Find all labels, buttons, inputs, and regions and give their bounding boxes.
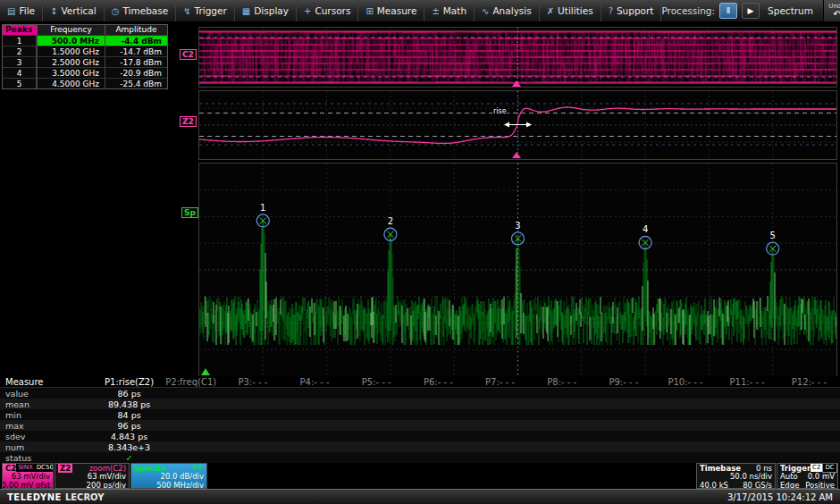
spectrum-grid[interactable]: 12345	[198, 163, 837, 377]
peak-frequency: 500.0 MHz	[37, 35, 105, 46]
svg-text:3: 3	[515, 221, 520, 231]
trigger-mode: Auto	[780, 472, 798, 481]
measure-value-P1: 86 ps	[98, 389, 160, 399]
peak-index: 3	[3, 56, 37, 67]
measure-value-P1: 96 ps	[98, 421, 160, 431]
file-icon: ▤	[7, 6, 15, 16]
peak-row-5[interactable]: 54.5000 GHz-25.4 dBm	[3, 78, 167, 88]
trigger-descriptor-box[interactable]: Trigger C2 DC Auto 0.0 mV Edge Positive	[777, 463, 838, 489]
peak-frequency: 1.5000 GHz	[37, 46, 105, 56]
svg-text:2: 2	[388, 216, 393, 226]
measure-table: Measure P1:rise(Z2)P2:freq(C1)P3:- - -P4…	[0, 376, 840, 463]
menu-item-math[interactable]: ±Math	[424, 0, 475, 21]
svg-text:1: 1	[260, 203, 265, 213]
peak-amplitude: -4.4 dBm	[105, 35, 167, 46]
menu-items: ▤File↕Vertical◷Timebase↯Trigger▦Display+…	[0, 0, 661, 21]
processing-cluster: Processing: Ⅱ ▶ Spectrum Undo ↶	[661, 0, 840, 21]
menu-item-trigger[interactable]: ↯Trigger	[176, 0, 235, 21]
measure-col-P3[interactable]: P3:- - -	[222, 377, 283, 387]
c2-channel-tab[interactable]: C2	[180, 49, 197, 60]
play-button[interactable]: ▶	[742, 3, 760, 19]
menu-item-analysis[interactable]: ∿Analysis	[475, 0, 540, 21]
pause-button[interactable]: Ⅱ	[719, 3, 737, 19]
peak-row-4[interactable]: 43.5000 GHz-20.9 dBm	[3, 67, 167, 78]
timebase-icon: ◷	[112, 6, 120, 16]
measure-value-P1: 89.438 ps	[98, 399, 160, 409]
menu-item-timebase[interactable]: ◷Timebase	[105, 0, 176, 21]
peak-frequency: 4.5000 GHz	[37, 78, 105, 88]
peak-row-1[interactable]: 1500.0 MHz-4.4 dBm	[3, 35, 167, 46]
menu-item-vertical[interactable]: ↕Vertical	[43, 0, 105, 21]
menu-item-support[interactable]: ?Support	[601, 0, 662, 21]
svg-text:5: 5	[770, 231, 776, 240]
specan-channel-tab[interactable]: Sp	[181, 207, 198, 218]
menu-item-label: Cursors	[315, 5, 350, 16]
z2-source: zoom(C2)	[89, 464, 126, 473]
z2-trace	[199, 91, 836, 159]
measure-row-label: num	[0, 442, 98, 452]
measure-col-P4[interactable]: P4:- - -	[283, 377, 345, 387]
z2-descriptor-box[interactable]: Z2 zoom(C2) 63 mV/div 200 ps/div	[55, 463, 130, 489]
peak-index: 2	[3, 46, 37, 56]
math-icon: ±	[432, 6, 439, 16]
menu-item-label: Display	[254, 5, 289, 16]
menu-item-label: Measure	[377, 5, 417, 16]
menu-item-label: Trigger	[195, 5, 227, 16]
menu-item-cursors[interactable]: +Cursors	[297, 0, 358, 21]
menu-item-display[interactable]: ▦Display	[235, 0, 297, 21]
measure-col-P11[interactable]: P11:- - -	[717, 377, 778, 387]
c2-waveform-grid[interactable]	[198, 27, 837, 88]
measure-row-label: mean	[0, 399, 98, 409]
trigger-slope: Positive	[805, 481, 835, 489]
menu-item-measure[interactable]: ⊞Measure	[358, 0, 424, 21]
measure-col-P9[interactable]: P9:- - -	[592, 377, 654, 387]
peaks-table: Peaks Frequency Amplitude 1500.0 MHz-4.4…	[2, 24, 168, 89]
peaks-table-header: Peaks Frequency Amplitude	[3, 25, 167, 35]
measure-row-sdev: sdev4.843 ps	[0, 431, 840, 441]
peak-amplitude: -17.8 dBm	[105, 56, 167, 67]
specan-descriptor-box[interactable]: SpecAn C2 20.0 dB/div 500 MHz/div	[130, 463, 207, 489]
measure-col-P6[interactable]: P6:- - -	[407, 377, 469, 387]
c2-descriptor-box[interactable]: C2 SINX DC50 63 mV/div 0.00 mV ofst	[2, 463, 54, 489]
peak-row-2[interactable]: 21.5000 GHz-14.7 dBm	[3, 46, 167, 56]
measure-row-label: status	[0, 453, 98, 463]
timebase-descriptor-box[interactable]: Timebase 0 ns 50.0 ns/div 40.0 kS 80 GS/…	[696, 463, 776, 489]
trigger-position-marker-top[interactable]	[512, 80, 521, 87]
specan-freq-per-div: 500 MHz/div	[156, 481, 204, 489]
timebase-samples: 40.0 kS	[700, 481, 728, 489]
measure-col-P10[interactable]: P10:- - -	[654, 377, 716, 387]
spectrum-mode-label: Spectrum	[768, 5, 813, 16]
undo-icon: ↶	[833, 10, 840, 19]
amplitude-header-cell: Amplitude	[105, 25, 167, 35]
measure-col-P1[interactable]: P1:rise(Z2)	[98, 377, 160, 387]
measure-row-label: min	[0, 410, 98, 420]
measure-col-P12[interactable]: P12:- - -	[778, 377, 840, 387]
peak-row-3[interactable]: 32.5000 GHz-17.8 dBm	[3, 56, 167, 67]
trigger-level: 0.0 mV	[808, 472, 835, 481]
peak-frequency: 2.5000 GHz	[37, 56, 105, 67]
z2-zoom-grid[interactable]	[198, 90, 837, 160]
measure-col-P5[interactable]: P5:- - -	[346, 377, 407, 387]
undo-button[interactable]: Undo ↶	[823, 0, 840, 21]
pause-icon: Ⅱ	[727, 6, 730, 15]
timebase-per-div: 50.0 ns/div	[730, 472, 772, 481]
menu-item-file[interactable]: ▤File	[0, 0, 43, 21]
menu-item-label: Timebase	[122, 5, 168, 16]
menu-item-utilities[interactable]: ✗Utilities	[540, 0, 601, 21]
peak-index: 4	[3, 67, 37, 78]
measure-col-P7[interactable]: P7:- - -	[469, 377, 531, 387]
measure-col-P8[interactable]: P8:- - -	[531, 377, 592, 387]
peak-frequency: 3.5000 GHz	[37, 67, 105, 78]
specan-descriptor-name: SpecAn	[134, 464, 166, 473]
measure-row-status: status✓	[0, 452, 840, 463]
support-icon: ?	[609, 6, 613, 16]
peak-amplitude: -25.4 dBm	[105, 78, 167, 88]
trigger-position-marker-mid[interactable]	[512, 152, 521, 158]
processing-label: Processing:	[661, 5, 715, 16]
display-icon: ▦	[242, 6, 250, 16]
measure-col-P2[interactable]: P2:freq(C1)	[160, 377, 222, 387]
menu-item-label: Analysis	[492, 5, 531, 16]
z2-channel-tab[interactable]: Z2	[180, 116, 197, 127]
c2-descriptor-name: C2	[5, 464, 16, 473]
z2-time-per-div: 200 ps/div	[87, 481, 126, 489]
